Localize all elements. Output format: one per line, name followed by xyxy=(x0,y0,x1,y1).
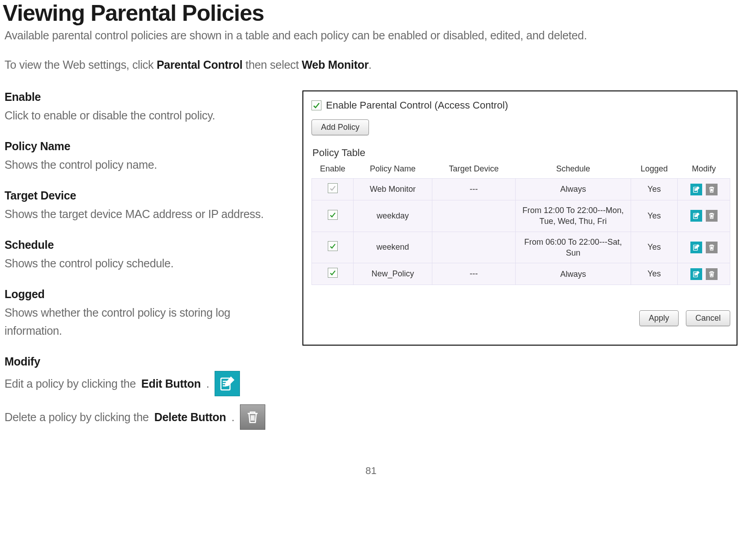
row-targetdevice: --- xyxy=(432,263,516,285)
nav-web-monitor: Web Monitor xyxy=(302,58,369,71)
row-policyname: weekday xyxy=(354,200,432,232)
row-schedule: From 12:00 To 22:00---Mon, Tue, Wed, Thu… xyxy=(516,200,631,232)
row-enable-checkbox[interactable] xyxy=(328,268,338,278)
row-logged: Yes xyxy=(631,232,678,263)
row-edit-button[interactable] xyxy=(690,242,702,253)
def-schedule-term: Schedule xyxy=(5,238,290,252)
def-logged-desc: Shows whether the control policy is stor… xyxy=(5,304,290,340)
cancel-button[interactable]: Cancel xyxy=(686,310,730,326)
row-logged: Yes xyxy=(631,179,678,200)
table-row: New_Policy---AlwaysYes xyxy=(312,263,730,285)
modify-delete-pre: Delete a policy by clicking the xyxy=(5,411,149,424)
def-enable-desc: Click to enable or disable the control p… xyxy=(5,106,290,124)
col-schedule: Schedule xyxy=(516,161,631,179)
def-targetdevice-desc: Shows the target device MAC address or I… xyxy=(5,205,290,223)
row-edit-button[interactable] xyxy=(690,268,702,280)
edit-icon xyxy=(215,371,240,396)
definitions-column: Enable Click to enable or disable the co… xyxy=(5,90,290,438)
screenshot-panel: Enable Parental Control (Access Control)… xyxy=(302,90,737,346)
add-policy-button[interactable]: Add Policy xyxy=(311,119,369,135)
nav-instruction: To view the Web settings, click Parental… xyxy=(5,58,737,71)
nav-post: . xyxy=(369,58,372,71)
row-delete-button[interactable] xyxy=(706,268,718,280)
col-enable: Enable xyxy=(312,161,354,179)
row-delete-button[interactable] xyxy=(706,184,718,195)
trash-icon xyxy=(240,404,265,430)
def-schedule-desc: Shows the control policy schedule. xyxy=(5,254,290,272)
row-schedule: Always xyxy=(516,263,631,285)
row-enable-checkbox[interactable] xyxy=(328,241,338,251)
row-enable-checkbox[interactable] xyxy=(328,210,338,220)
page-number: 81 xyxy=(5,465,737,477)
modify-edit-post: . xyxy=(206,377,209,390)
row-targetdevice xyxy=(432,200,516,232)
modify-edit-pre: Edit a policy by clicking the xyxy=(5,377,136,390)
apply-button[interactable]: Apply xyxy=(639,310,679,326)
modify-delete-bold: Delete Button xyxy=(154,411,226,424)
row-delete-button[interactable] xyxy=(706,210,718,222)
row-policyname: weekend xyxy=(354,232,432,263)
nav-parental-control: Parental Control xyxy=(157,58,243,71)
row-policyname: New_Policy xyxy=(354,263,432,285)
col-logged: Logged xyxy=(631,161,678,179)
row-targetdevice xyxy=(432,232,516,263)
row-logged: Yes xyxy=(631,200,678,232)
def-modify-term: Modify xyxy=(5,355,290,368)
row-delete-button[interactable] xyxy=(706,242,718,253)
row-logged: Yes xyxy=(631,263,678,285)
row-edit-button[interactable] xyxy=(690,210,702,222)
intro-text: Available parental control policies are … xyxy=(5,29,737,42)
def-policyname-term: Policy Name xyxy=(5,140,290,153)
table-row: Web Monitor---AlwaysYes xyxy=(312,179,730,200)
def-logged-term: Logged xyxy=(5,288,290,301)
row-schedule: From 06:00 To 22:00---Sat, Sun xyxy=(516,232,631,263)
def-targetdevice-term: Target Device xyxy=(5,189,290,202)
page-title: Viewing Parental Policies xyxy=(3,0,737,26)
col-targetdevice: Target Device xyxy=(432,161,516,179)
table-row: weekendFrom 06:00 To 22:00---Sat, SunYes xyxy=(312,232,730,263)
enable-parental-checkbox[interactable] xyxy=(311,100,321,110)
nav-pre: To view the Web settings, click xyxy=(5,58,157,71)
def-policyname-desc: Shows the control policy name. xyxy=(5,156,290,174)
policy-table-caption: Policy Table xyxy=(312,147,730,159)
enable-parental-label: Enable Parental Control (Access Control) xyxy=(326,100,508,111)
policy-table: Enable Policy Name Target Device Schedul… xyxy=(311,161,730,285)
row-schedule: Always xyxy=(516,179,631,200)
table-row: weekdayFrom 12:00 To 22:00---Mon, Tue, W… xyxy=(312,200,730,232)
row-targetdevice: --- xyxy=(432,179,516,200)
row-edit-button[interactable] xyxy=(690,184,702,195)
row-enable-checkbox[interactable] xyxy=(328,183,338,193)
col-modify: Modify xyxy=(678,161,730,179)
row-policyname: Web Monitor xyxy=(354,179,432,200)
nav-mid: then select xyxy=(243,58,302,71)
col-policyname: Policy Name xyxy=(354,161,432,179)
modify-edit-bold: Edit Button xyxy=(141,377,201,390)
modify-delete-post: . xyxy=(231,411,235,424)
def-enable-term: Enable xyxy=(5,90,290,104)
